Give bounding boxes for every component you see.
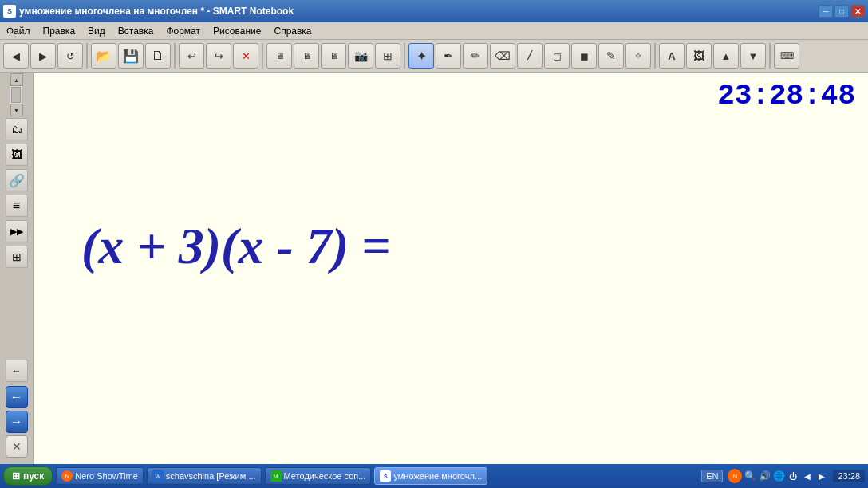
vertical-scrollbar[interactable]: ▲ ▼ <box>10 73 23 116</box>
shapes-tool[interactable]: ◻ <box>544 43 570 69</box>
table-button[interactable]: ⊞ <box>375 43 400 69</box>
open-button[interactable]: 📂 <box>91 43 116 69</box>
network-icon[interactable]: 🌐 <box>772 470 785 482</box>
scroll-down[interactable]: ▼ <box>10 104 23 116</box>
separator-3 <box>262 43 263 69</box>
app-window: S умножение многочлена на многочлен * - … <box>0 0 868 464</box>
math-expression: (x + 3)(x - 7) = <box>81 217 391 276</box>
title-controls: ─ □ ✕ <box>819 5 865 18</box>
start-label: пуск <box>23 470 44 482</box>
sidebar-properties-icon[interactable]: ≡ <box>6 195 28 217</box>
arrow-right-icon[interactable]: ▶ <box>815 470 828 482</box>
scroll-up[interactable]: ▲ <box>10 73 23 86</box>
separator-1 <box>86 43 88 69</box>
screen2-button[interactable]: 🖥 <box>294 43 319 69</box>
tray-icons: N 🔍 🔊 🌐 ⏻ ◀ ▶ <box>728 469 828 483</box>
taskbar-clock: 23:28 <box>833 470 865 482</box>
back-button[interactable]: ◀ <box>3 43 29 69</box>
nero-label: Nero ShowTime <box>75 471 137 481</box>
taskbar-metodich[interactable]: M Методическое соп... <box>265 467 372 485</box>
canvas[interactable]: 23:28:48 (x + 3)(x - 7) = <box>34 73 868 464</box>
main-window: S умножение многочлена на многочлен * - … <box>0 0 868 488</box>
forward-button[interactable]: ▶ <box>30 43 56 69</box>
maximize-button[interactable]: □ <box>834 5 849 18</box>
left-sidebar: ▲ ▼ 🗂 🖼 🔗 ≡ ▶▶ ⊞ ↔ ← → ✕ <box>0 73 34 464</box>
menu-help[interactable]: Справка <box>270 24 314 38</box>
keyboard-button[interactable]: ⌨ <box>774 43 799 69</box>
pen-tool[interactable]: ✒ <box>436 43 461 69</box>
nero-icon: N <box>61 470 73 482</box>
content-area: ▲ ▼ 🗂 🖼 🔗 ≡ ▶▶ ⊞ ↔ ← → ✕ <box>0 73 868 464</box>
prev-page-button[interactable]: ← <box>6 386 28 408</box>
separator-2 <box>174 43 176 69</box>
title-bar-left: S умножение многочлена на многочлен * - … <box>3 5 294 18</box>
metodich-icon: M <box>270 470 282 482</box>
sidebar-nav: ↔ ← → ✕ <box>4 358 30 464</box>
power-icon[interactable]: ⏻ <box>787 470 799 482</box>
menu-draw[interactable]: Рисование <box>210 24 264 38</box>
taskbar-nero[interactable]: N Nero ShowTime <box>56 467 143 485</box>
minimize-button[interactable]: ─ <box>819 5 833 18</box>
metodich-label: Методическое соп... <box>284 471 366 481</box>
clock: 23:28:48 <box>717 80 855 112</box>
line-tool[interactable]: / <box>517 43 542 69</box>
text-color-button[interactable]: A <box>659 43 685 69</box>
size-up-button[interactable]: ▲ <box>713 43 739 69</box>
fill-tool[interactable]: ◼ <box>571 43 597 69</box>
close-button[interactable]: ✕ <box>850 5 865 18</box>
notebook-icon: S <box>380 470 391 482</box>
taskbar-schavschina[interactable]: W schavschina [Режим ... <box>147 467 262 485</box>
window-title: умножение многочлена на многочлен * - SM… <box>19 6 294 17</box>
nero-tray-icon[interactable]: N <box>728 469 742 483</box>
delete-button[interactable]: ✕ <box>233 43 258 69</box>
redo-button[interactable]: ↪ <box>206 43 231 69</box>
language-indicator[interactable]: EN <box>701 470 723 482</box>
app-icon: S <box>3 5 16 18</box>
select-tool[interactable]: ✦ <box>408 43 434 69</box>
camera-button[interactable]: 📷 <box>348 43 373 69</box>
image-button[interactable]: 🖼 <box>686 43 712 69</box>
text-tool[interactable]: ✎ <box>598 43 624 69</box>
screen1-button[interactable]: 🖥 <box>266 43 292 69</box>
separator-6 <box>769 43 771 69</box>
size-down-button[interactable]: ▼ <box>740 43 766 69</box>
menu-edit[interactable]: Правка <box>40 24 79 38</box>
taskbar-notebook[interactable]: S умножение многочл... <box>374 467 487 485</box>
taskbar: ⊞ пуск N Nero ShowTime W schavschina [Ре… <box>0 464 868 488</box>
notebook-label: умножение многочл... <box>393 471 482 481</box>
start-icon: ⊞ <box>12 470 20 482</box>
menu-bar: Файл Правка Вид Вставка Формат Рисование… <box>0 22 868 40</box>
menu-format[interactable]: Формат <box>163 24 203 38</box>
sidebar-expand-icon[interactable]: ↔ <box>6 360 28 382</box>
title-bar: S умножение многочлена на многочлен * - … <box>0 0 868 22</box>
separator-4 <box>404 43 405 69</box>
menu-file[interactable]: Файл <box>3 24 34 38</box>
next-page-button[interactable]: → <box>6 411 28 433</box>
sidebar-media-icon[interactable]: ▶▶ <box>6 220 28 242</box>
sidebar-gallery-icon[interactable]: 🖼 <box>6 144 28 166</box>
taskbar-right: EN N 🔍 🔊 🌐 ⏻ ◀ ▶ 23:28 <box>701 469 865 483</box>
speaker-icon[interactable]: 🔊 <box>758 470 771 482</box>
start-button[interactable]: ⊞ пуск <box>3 466 53 486</box>
arrow-left-icon[interactable]: ◀ <box>801 470 814 482</box>
scroll-track[interactable] <box>10 86 22 104</box>
search-tray-icon[interactable]: 🔍 <box>744 470 756 482</box>
schavschina-label: schavschina [Режим ... <box>166 471 256 481</box>
save-button[interactable]: 💾 <box>118 43 144 69</box>
screen3-button[interactable]: 🖥 <box>321 43 346 69</box>
add-page-button[interactable]: ✕ <box>6 435 28 458</box>
toolbar: ◀ ▶ ↺ 📂 💾 🗋 ↩ ↪ ✕ 🖥 🖥 🖥 📷 ⊞ ✦ ✒ ✏ ⌫ / ◻ … <box>0 40 868 73</box>
refresh-button[interactable]: ↺ <box>57 43 83 69</box>
undo-button[interactable]: ↩ <box>179 43 204 69</box>
schavschina-icon: W <box>152 470 164 482</box>
menu-view[interactable]: Вид <box>85 24 108 38</box>
menu-insert[interactable]: Вставка <box>115 24 157 38</box>
highlight-tool[interactable]: ✏ <box>463 43 488 69</box>
eraser-tool[interactable]: ⌫ <box>490 43 515 69</box>
sidebar-grid-icon[interactable]: ⊞ <box>6 246 28 268</box>
copy-screen-button[interactable]: 🗋 <box>145 43 171 69</box>
separator-5 <box>654 43 656 69</box>
sidebar-pages-icon[interactable]: 🗂 <box>6 118 28 140</box>
magic-tool[interactable]: ✧ <box>625 43 651 69</box>
sidebar-links-icon[interactable]: 🔗 <box>6 169 28 191</box>
